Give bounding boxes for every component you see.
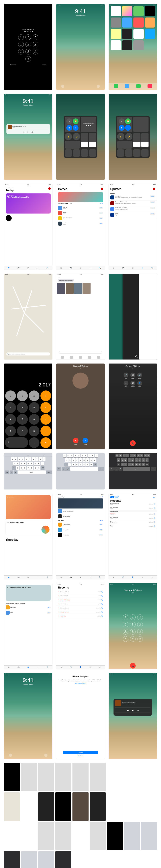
return-key[interactable]: return — [46, 470, 52, 474]
calc-2[interactable]: 2 — [17, 426, 28, 436]
app-appstore[interactable] — [145, 29, 155, 39]
key-4[interactable]: 4GHI — [18, 42, 24, 47]
calc-divide[interactable]: ÷ — [41, 391, 51, 401]
app-wallet[interactable] — [122, 40, 132, 51]
recent-call[interactable]: EvaFaceTime Audio9:40 AMⓘ — [109, 520, 157, 524]
end-call-button[interactable]: 📞 — [130, 440, 136, 446]
num-key[interactable]: 123 — [5, 470, 9, 474]
calc-5[interactable]: 5 — [17, 414, 28, 425]
bluetooth-toggle[interactable]: ᛒ — [73, 125, 79, 131]
cancel-button[interactable]: Cancel — [43, 64, 46, 65]
app-maps[interactable] — [133, 6, 144, 16]
mic-key[interactable]: 🎤 — [14, 470, 17, 474]
get-button[interactable]: GET — [99, 207, 103, 209]
volume-slider[interactable] — [115, 713, 151, 713]
recent-call[interactable]: 077 269 5487mobile9:36 AMⓘ — [109, 506, 157, 510]
key-0[interactable]: 0 — [25, 56, 31, 62]
app-stocks[interactable] — [122, 29, 132, 39]
key-2[interactable]: 2ABC — [25, 34, 31, 40]
app-health[interactable] — [111, 40, 121, 51]
article-card[interactable]: The Perfect Coffee Break — [6, 521, 51, 535]
app-photos[interactable] — [122, 6, 132, 16]
app-of-day-card[interactable]: APP OF THE DAY — [6, 495, 51, 519]
recent-call[interactable]: Mohamed Salahmobile9:40 AMⓘ — [109, 502, 157, 506]
game-item[interactable]: Battle BayActionGET — [56, 205, 105, 211]
tips-card[interactable]: 5 Tips to Get More out of VSCO — [6, 585, 51, 601]
calc-8[interactable]: 8 — [17, 402, 28, 413]
add-call-button[interactable]: ＋add call — [124, 381, 128, 387]
shift-key[interactable]: ⇧ — [12, 466, 16, 470]
app-settings[interactable] — [133, 40, 144, 51]
calc-percent[interactable]: % — [29, 391, 39, 401]
volume-slider[interactable] — [89, 133, 96, 147]
key-6[interactable]: 6MNO — [33, 42, 38, 47]
calc-6[interactable]: 6 — [29, 414, 39, 425]
tab-games[interactable]: 🎮Games — [14, 266, 23, 270]
key-1[interactable]: 1 — [18, 34, 24, 40]
space-key[interactable]: space — [18, 470, 46, 474]
key-9[interactable]: 9WXYZ — [33, 49, 38, 55]
speaker-button[interactable]: 🔊speaker — [137, 373, 142, 379]
calc-9[interactable]: 9 — [29, 402, 39, 413]
decline-button[interactable]: ✕Decline — [73, 438, 79, 445]
app-clock[interactable] — [145, 6, 155, 16]
key-5[interactable]: 5JKL — [25, 42, 31, 47]
calc-7[interactable]: 7 — [5, 402, 16, 413]
tab-search[interactable]: 🔍Search — [43, 266, 52, 270]
update-button[interactable]: UPDATE — [150, 195, 155, 197]
store-icon[interactable] — [61, 356, 64, 359]
key-3[interactable]: 3DEF — [33, 34, 38, 40]
screen-mirroring-button[interactable] — [65, 141, 80, 149]
dock-music[interactable] — [147, 84, 152, 88]
calc-equals[interactable]: = — [41, 437, 51, 448]
connectivity-module[interactable]: ✈ 📶 📡 ᛒ — [117, 117, 132, 132]
progress-slider[interactable] — [115, 708, 151, 708]
lets-play-banner[interactable] — [58, 498, 103, 508]
camera-button[interactable] — [89, 149, 96, 157]
game-item[interactable]: Crazy Taxi GazillionGamesGET — [56, 216, 105, 221]
game-item[interactable]: Injustice 2ActionGET — [56, 211, 105, 216]
rotation-lock-toggle[interactable]: 🔒 — [65, 133, 72, 140]
app-camera[interactable] — [111, 18, 121, 28]
facetime-button[interactable]: ▣FaceTime — [130, 381, 135, 387]
tab-today[interactable]: ▣Today — [4, 266, 14, 270]
calc-multiply[interactable]: × — [41, 402, 51, 413]
dock-messages[interactable] — [136, 84, 141, 88]
stickers-icon[interactable] — [97, 356, 100, 359]
emoji-key[interactable]: ☺ — [10, 470, 13, 474]
music-widget[interactable]: Ghostpoet's Shedding VSCO Album ⏮ ▶ ⏭ — [6, 124, 50, 134]
recent-call[interactable]: MommobileYesterdayⓘ — [109, 524, 157, 528]
calc-4[interactable]: 4 — [5, 414, 16, 425]
tab-apps[interactable]: ▣Apps — [23, 266, 33, 270]
connectivity-module[interactable]: ✈ 📶 📡 ᛒ — [65, 117, 80, 132]
privacy-link[interactable]: About Analytics & Privacy — [75, 683, 86, 684]
emergency-button[interactable]: Emergency — [10, 64, 16, 65]
music-progress[interactable] — [8, 130, 49, 130]
calc-0[interactable]: 0 — [5, 437, 28, 447]
photo-picker-row[interactable] — [56, 282, 105, 295]
music-module[interactable] — [133, 117, 149, 132]
accept-button[interactable]: ✓Accept — [82, 438, 88, 445]
cellular-toggle[interactable]: 📶 — [73, 118, 79, 124]
app-calendar[interactable] — [111, 6, 121, 16]
calc-sign[interactable]: ± — [17, 391, 28, 401]
featured-widget[interactable] — [6, 215, 12, 221]
camera-icon[interactable] — [97, 85, 100, 88]
calc-clear[interactable]: C — [5, 391, 16, 401]
featured-card[interactable]: MAJOR UPDATE The Art of the Impossible — [6, 193, 51, 214]
account-avatar[interactable] — [48, 187, 51, 190]
next-button[interactable]: ⏭ — [31, 131, 33, 133]
edit-button[interactable]: Edit — [153, 497, 155, 498]
dont-share-button[interactable]: Don't Share — [78, 755, 83, 756]
segment-control[interactable]: All Missed — [110, 496, 119, 498]
digital-touch-icon[interactable] — [88, 356, 91, 359]
brightness-slider[interactable] — [81, 133, 88, 147]
mute-button[interactable]: 🎤mute — [124, 373, 128, 379]
account-avatar[interactable] — [101, 188, 103, 190]
calc-plus[interactable]: + — [41, 426, 51, 436]
recent-call[interactable]: 093 667 4378mobile9:36 AMⓘ — [109, 516, 157, 520]
calc-1[interactable]: 1 — [5, 426, 16, 436]
calc-3[interactable]: 3 — [29, 426, 39, 436]
app-reminders[interactable] — [133, 29, 144, 39]
prev-button[interactable]: ⏮ — [24, 131, 25, 133]
